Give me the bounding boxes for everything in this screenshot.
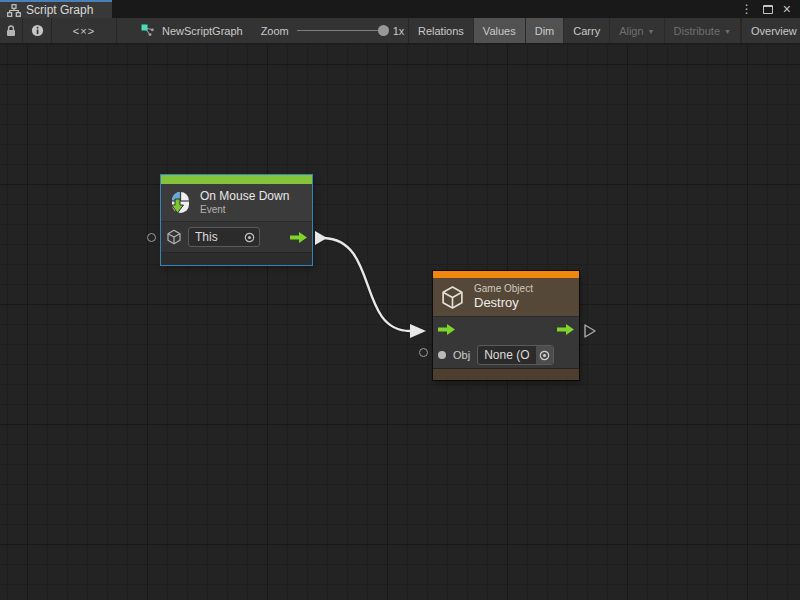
tab-script-graph[interactable]: Script Graph <box>0 0 112 18</box>
code-preview-button[interactable]: <×> <box>52 18 116 43</box>
zoom-label: Zoom <box>261 25 289 37</box>
event-accent-strip <box>161 175 312 184</box>
zoom-value: 1x <box>393 25 405 37</box>
graph-icon <box>141 24 155 37</box>
zoom-slider[interactable] <box>297 30 385 31</box>
info-icon <box>31 24 44 37</box>
align-label: Align <box>619 25 643 37</box>
exec-input-arrow[interactable] <box>438 324 455 335</box>
window-controls: ⋮ × <box>741 0 800 18</box>
node-on-mouse-down[interactable]: On Mouse Down Event This <box>161 175 312 265</box>
object-picker-icon[interactable] <box>244 232 255 243</box>
node-subtitle: Event <box>200 204 289 217</box>
input-label: Obj <box>453 349 470 361</box>
zoom-control: Zoom 1x <box>257 18 408 43</box>
exec-port-row <box>433 316 579 342</box>
window-tab-bar: Script Graph ⋮ × <box>0 0 800 18</box>
exec-output-arrow[interactable] <box>557 324 574 335</box>
object-picker-button[interactable] <box>536 346 553 364</box>
close-icon[interactable]: × <box>783 2 791 16</box>
graph-breadcrumb[interactable]: NewScriptGraph <box>117 18 257 43</box>
wire-arrowhead <box>410 324 426 338</box>
node-category: Game Object <box>474 283 533 295</box>
hierarchy-icon <box>7 4 21 17</box>
node-header[interactable]: Game Object Destroy <box>433 278 579 316</box>
game-object-icon <box>440 285 465 310</box>
distribute-dropdown[interactable]: Distribute ▼ <box>665 18 741 43</box>
node-title: On Mouse Down <box>200 189 289 204</box>
graph-toolbar: <×> NewScriptGraph Zoom 1x Relations Val… <box>0 18 800 44</box>
mouse-down-icon <box>167 190 193 216</box>
relations-toggle[interactable]: Relations <box>409 18 474 43</box>
window-menu-icon[interactable]: ⋮ <box>741 3 753 15</box>
value-input-port[interactable] <box>438 351 446 359</box>
chevron-down-icon: ▼ <box>724 28 731 35</box>
node-footer <box>433 368 579 380</box>
overview-label: Overview <box>751 25 797 37</box>
graph-name: NewScriptGraph <box>162 25 243 37</box>
dim-label: Dim <box>535 25 555 37</box>
object-field[interactable]: None (O <box>477 345 554 365</box>
code-icon: <×> <box>73 25 95 37</box>
input-ring-port[interactable] <box>147 233 156 242</box>
relations-label: Relations <box>418 25 464 37</box>
node-port-row: This <box>161 221 312 252</box>
values-label: Values <box>483 25 516 37</box>
target-object-field[interactable]: This <box>188 227 260 247</box>
input-ring-port[interactable] <box>419 348 428 357</box>
node-header[interactable]: On Mouse Down Event <box>161 184 312 221</box>
connection-wire <box>0 44 800 600</box>
target-field-value: This <box>195 230 218 244</box>
node-destroy[interactable]: Game Object Destroy Obj None (O <box>433 271 579 380</box>
carry-label: Carry <box>573 25 600 37</box>
lock-icon <box>5 24 17 37</box>
game-object-icon <box>166 229 182 245</box>
node-title: Destroy <box>474 295 533 311</box>
gameobject-accent-strip <box>433 271 579 278</box>
values-toggle[interactable]: Values <box>474 18 526 43</box>
object-input-row: Obj None (O <box>433 342 579 368</box>
zoom-slider-handle[interactable] <box>378 25 389 36</box>
align-dropdown[interactable]: Align ▼ <box>610 18 664 43</box>
node-footer <box>161 252 312 265</box>
graph-canvas[interactable]: On Mouse Down Event This <box>0 44 800 600</box>
exec-output-arrow[interactable] <box>290 232 307 243</box>
lock-button[interactable] <box>0 18 22 43</box>
dim-toggle[interactable]: Dim <box>526 18 565 43</box>
carry-toggle[interactable]: Carry <box>564 18 610 43</box>
object-picker-icon <box>539 350 550 361</box>
overview-button[interactable]: Overview <box>742 18 800 43</box>
exec-wire-start-arrow[interactable] <box>315 231 327 245</box>
chevron-down-icon: ▼ <box>648 28 655 35</box>
distribute-label: Distribute <box>674 25 720 37</box>
info-button[interactable] <box>23 18 51 43</box>
exec-continue-arrow[interactable] <box>584 324 596 338</box>
object-field-value: None (O <box>478 348 536 362</box>
maximize-icon[interactable] <box>763 5 773 14</box>
tab-title: Script Graph <box>26 3 93 17</box>
